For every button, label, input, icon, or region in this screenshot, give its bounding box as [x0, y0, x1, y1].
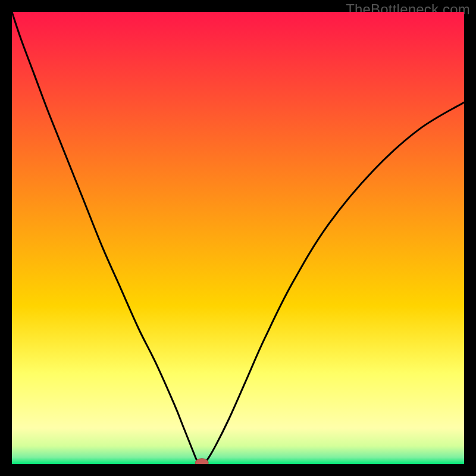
chart-frame: TheBottleneck.com	[0, 0, 476, 476]
gradient-background	[12, 12, 464, 464]
plot-area	[12, 12, 464, 464]
chart-svg	[12, 12, 464, 464]
